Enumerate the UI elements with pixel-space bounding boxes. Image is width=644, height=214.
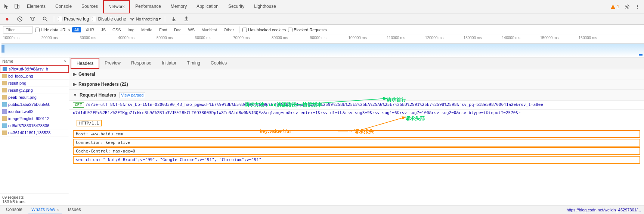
timeline-labels: 10000 ms 20000 ms 30000 ms 40000 ms 5000… xyxy=(1,36,644,43)
filter-font-btn[interactable]: Font xyxy=(157,27,170,32)
file-item-4[interactable]: peak-result.png xyxy=(0,94,69,101)
bottom-tab-issues[interactable]: Issues xyxy=(65,205,84,214)
filter-bar: Hide data URLs All XHR JS CSS Img Media … xyxy=(0,25,644,35)
main-area: Name × s?ie=utf-8&f=8&rsv_b bd_logo1.png… xyxy=(0,57,644,205)
top-toolbar: Elements Console Sources Network Perform… xyxy=(0,0,644,13)
right-panel: Headers Preview Response Initiator Timin… xyxy=(69,57,644,205)
svg-point-4 xyxy=(637,4,638,5)
general-section-header[interactable]: ▶ General xyxy=(69,69,644,79)
file-item-3[interactable]: result@2.png xyxy=(0,87,69,94)
file-item-7[interactable]: image?imglist=900112 xyxy=(0,115,69,122)
svg-point-6 xyxy=(637,7,638,8)
warning-badge[interactable]: ! 1 xyxy=(608,4,622,9)
svg-point-9 xyxy=(43,17,46,20)
sub-tab-preview[interactable]: Preview xyxy=(99,57,126,69)
bottom-bar: Console What's New × Issues https://blog… xyxy=(0,205,644,214)
close-panel-btn[interactable]: × xyxy=(64,59,66,63)
header-sec-ch-ua: sec-ch-ua: " Not;A Brand";v="99", "Googl… xyxy=(73,156,640,164)
response-headers-arrow: ▶ xyxy=(73,82,76,87)
tab-lighthouse[interactable]: Lighthouse xyxy=(250,0,281,13)
file-list-header: Name × xyxy=(0,57,69,65)
hide-data-urls-checkbox[interactable]: Hide data URLs xyxy=(35,28,70,32)
svg-point-11 xyxy=(131,19,133,21)
filter-icon[interactable] xyxy=(28,14,37,24)
inspect-icon[interactable] xyxy=(1,2,11,12)
general-arrow: ▶ xyxy=(73,72,76,77)
svg-rect-1 xyxy=(18,5,19,8)
tab-application[interactable]: Application xyxy=(192,0,223,13)
throttling-select[interactable]: No throttling ▾ xyxy=(129,16,161,21)
file-item-2[interactable]: result.png xyxy=(0,80,69,87)
view-parsed-button[interactable]: View parsed xyxy=(119,92,145,98)
filter-css-btn[interactable]: CSS xyxy=(110,27,123,32)
get-badge: GET xyxy=(73,102,84,108)
tab-console[interactable]: Console xyxy=(51,0,76,13)
svg-rect-0 xyxy=(15,4,18,8)
filter-xhr-btn[interactable]: XHR xyxy=(83,27,96,32)
header-connection: Connection: keep-alive xyxy=(73,139,640,147)
separator2 xyxy=(165,16,165,22)
sub-tab-headers[interactable]: Headers xyxy=(71,58,99,69)
file-item-6[interactable]: iconfont.woff2 xyxy=(0,108,69,115)
filter-other-btn[interactable]: Other xyxy=(222,27,236,32)
file-item-1[interactable]: bd_logo1.png xyxy=(0,73,69,80)
filter-sep xyxy=(239,26,239,33)
clear-button[interactable] xyxy=(15,14,25,24)
bottom-tab-whats-new[interactable]: What's New × xyxy=(28,205,62,214)
sub-tab-timing[interactable]: Timing xyxy=(182,57,205,69)
sub-tabs: Headers Preview Response Initiator Timin… xyxy=(69,57,644,69)
search-icon[interactable] xyxy=(40,14,50,24)
more-icon[interactable] xyxy=(633,2,643,12)
sub-tab-initiator[interactable]: Initiator xyxy=(157,57,182,69)
settings-icon[interactable] xyxy=(622,2,632,12)
file-item-0[interactable]: s?ie=utf-8&f=8&rsv_b xyxy=(0,65,69,73)
preserve-log-checkbox[interactable]: Preserve log xyxy=(58,16,89,22)
tab-network[interactable]: Network xyxy=(103,0,130,13)
file-item-8[interactable]: ed8af67f83315478836. xyxy=(0,122,69,129)
response-headers-section-header[interactable]: ▶ Response Headers (22) xyxy=(69,79,644,89)
filter-media-btn[interactable]: Media xyxy=(139,27,155,32)
filter-img-btn[interactable]: Img xyxy=(126,27,137,32)
header-cache-control: Cache-Control: max-age=0 xyxy=(73,147,640,155)
file-list-footer: 69 requests 183 kB trans xyxy=(0,193,69,205)
request-headers-title[interactable]: ▼ Request Headers View parsed xyxy=(69,90,644,101)
whats-new-close[interactable]: × xyxy=(57,207,59,212)
tab-elements[interactable]: Elements xyxy=(22,0,50,13)
has-blocked-cookies-checkbox[interactable]: Has blocked cookies xyxy=(242,28,286,32)
get-request-line: GET /s?ie=utf-8&f=8&rsv_bp=1&tn=02003390… xyxy=(69,101,644,110)
svg-point-3 xyxy=(626,6,628,7)
tab-security[interactable]: Security xyxy=(224,0,249,13)
export-icon[interactable] xyxy=(182,14,191,24)
svg-line-8 xyxy=(19,18,21,20)
disable-cache-checkbox[interactable]: Disable cache xyxy=(92,16,126,22)
header-host: Host: www.baidu.com xyxy=(73,130,640,138)
filter-ws-btn[interactable]: WS xyxy=(186,27,197,32)
filter-doc-btn[interactable]: Doc xyxy=(172,27,184,32)
timeline-bar: 10000 ms 20000 ms 30000 ms 40000 ms 5000… xyxy=(0,35,644,57)
record-button[interactable]: ● xyxy=(2,14,12,24)
get-url-continuation: u7d1dU%2FPc%2B1z%2FTKgpZfcNrd3h9A%2B1b3V… xyxy=(69,110,644,117)
svg-text:!: ! xyxy=(613,6,613,9)
filter-js-btn[interactable]: JS xyxy=(99,27,108,32)
filter-input[interactable] xyxy=(3,26,33,34)
device-icon[interactable] xyxy=(12,2,22,12)
tab-memory[interactable]: Memory xyxy=(166,0,191,13)
get-url: /s?ie=utf-8&f=8&rsv_bp=1&tn=02003390_43_… xyxy=(86,102,640,107)
headers-content: ▶ General ▶ Response Headers (22) ▼ Requ… xyxy=(69,69,644,205)
file-item-9[interactable]: u=3614011891,135528 xyxy=(0,129,69,136)
http-version-container: HTTP/1.1 xyxy=(69,117,644,129)
tab-performance[interactable]: Performance xyxy=(131,0,165,13)
bottom-tab-console[interactable]: Console xyxy=(3,205,25,214)
request-headers-section: ▼ Request Headers View parsed GET /s?ie=… xyxy=(69,89,644,164)
svg-point-5 xyxy=(637,6,638,7)
blocked-requests-checkbox[interactable]: Blocked Requests xyxy=(288,28,327,32)
tab-sources[interactable]: Sources xyxy=(77,0,102,13)
sub-tab-cookies[interactable]: Cookies xyxy=(205,57,232,69)
url-hint[interactable]: https://blog.csdn.net/weixin_45297361/..… xyxy=(567,208,641,212)
filter-manifest-btn[interactable]: Manifest xyxy=(199,27,219,32)
sub-tab-response[interactable]: Response xyxy=(126,57,157,69)
filter-all-btn[interactable]: All xyxy=(72,27,81,32)
http-version: HTTP/1.1 xyxy=(77,120,102,126)
import-icon[interactable] xyxy=(169,14,179,24)
file-item-5[interactable]: public.1a5a27bb6.rEG. xyxy=(0,101,69,108)
